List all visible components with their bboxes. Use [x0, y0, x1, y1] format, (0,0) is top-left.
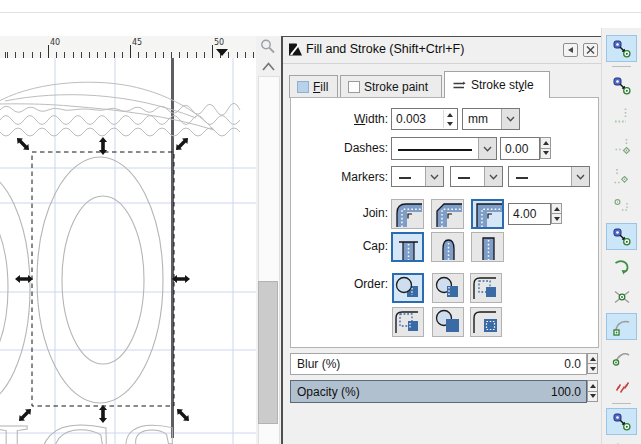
dialog-header: Fill and Stroke (Shift+Ctrl+F)	[283, 37, 601, 64]
round-join-icon	[394, 201, 422, 227]
width-spinner[interactable]	[443, 110, 456, 128]
tab-fill[interactable]: Fill	[289, 75, 338, 98]
snap-global-toggle-button[interactable]	[606, 35, 637, 62]
stroke-style-page: Width: 0.003 mm Dashes:	[290, 97, 599, 348]
snap-bbox-edges-icon	[612, 106, 632, 126]
round-cap-icon	[434, 234, 462, 260]
toolbar-strip	[0, 0, 641, 36]
snap-icon	[612, 39, 632, 59]
glyph-outlines	[0, 157, 163, 406]
order-fill-stroke-markers-button[interactable]	[392, 273, 424, 303]
end-marker-select[interactable]	[508, 166, 590, 187]
selection-bbox	[32, 152, 174, 406]
paint-order-icon	[434, 275, 462, 301]
restore-arrow-icon	[568, 47, 573, 53]
snap-bbox-centers-button[interactable]	[606, 192, 637, 219]
paint-order-icon	[394, 309, 422, 335]
snap-cusp-nodes-button[interactable]	[606, 313, 637, 340]
dash-offset-spinner[interactable]	[540, 137, 551, 160]
snap-paths-button[interactable]	[606, 253, 637, 280]
snap-toolbar	[601, 28, 641, 444]
chevron-down-icon[interactable]	[478, 138, 496, 159]
snap-bbox-corners-button[interactable]	[606, 132, 637, 159]
join-label: Join:	[291, 206, 388, 220]
fill-stroke-dialog-icon	[288, 42, 303, 57]
opacity-value: 100.0	[551, 385, 581, 399]
snap-bbox-edge-midpoints-button[interactable]	[606, 162, 637, 189]
order-fill-markers-stroke-button[interactable]	[432, 273, 464, 303]
toolbar-divider	[0, 12, 641, 13]
tab-stroke-paint[interactable]: Stroke paint	[340, 75, 442, 98]
chevron-down-icon[interactable]	[425, 167, 443, 186]
cap-round-button[interactable]	[431, 232, 464, 262]
scrollbar-thumb[interactable]	[258, 281, 278, 424]
join-bevel-button[interactable]	[431, 199, 464, 229]
paint-order-icon	[472, 275, 500, 301]
join-miter-button[interactable]	[471, 199, 504, 229]
snap-bbox-edges-button[interactable]	[606, 102, 637, 129]
snap-others-icon	[612, 412, 632, 432]
snap-others-button[interactable]	[606, 408, 637, 435]
chevron-down-icon[interactable]	[571, 167, 589, 186]
dialog-title: Fill and Stroke (Shift+Ctrl+F)	[306, 42, 464, 56]
dash-offset-input[interactable]: 0.00	[500, 137, 540, 160]
dock-restore-button[interactable]	[563, 43, 578, 57]
order-markers-fill-stroke-button[interactable]	[432, 307, 464, 337]
snap-smooth-nodes-button[interactable]	[606, 344, 637, 371]
blur-slider[interactable]: Blur (%) 0.0	[290, 353, 587, 375]
square-cap-icon	[474, 234, 502, 260]
mid-marker-select[interactable]	[450, 166, 503, 187]
canvas[interactable]: ICS	[0, 58, 256, 444]
opacity-slider[interactable]: Opacity (%) 100.0	[290, 380, 587, 403]
order-stroke-markers-fill-button[interactable]	[392, 307, 424, 337]
canvas-artwork: ICS	[0, 58, 256, 444]
width-unit-select[interactable]: mm	[462, 108, 520, 130]
stroke-style-icon	[452, 80, 467, 91]
paint-order-icon	[394, 275, 422, 301]
dash-pattern-select[interactable]	[391, 137, 497, 160]
snap-nodes-icon	[612, 227, 632, 247]
miter-limit-spinner[interactable]	[551, 203, 562, 225]
separator	[612, 403, 631, 404]
snap-bbox-button[interactable]	[606, 72, 637, 99]
order-stroke-fill-markers-button[interactable]	[470, 273, 502, 303]
selection-handles[interactable]	[14, 135, 191, 423]
start-marker-select[interactable]	[391, 166, 444, 187]
width-input[interactable]: 0.003	[391, 108, 458, 130]
spin-down-icon[interactable]	[587, 391, 598, 403]
chevron-down-icon[interactable]	[484, 167, 502, 186]
ruler-cursor-marker	[216, 49, 228, 56]
dialog-close-button[interactable]	[583, 43, 598, 57]
spin-down-icon[interactable]	[551, 213, 562, 224]
vertical-scrollbar[interactable]	[256, 36, 281, 444]
cap-square-button[interactable]	[471, 232, 504, 262]
blur-label: Blur (%)	[297, 357, 340, 371]
blur-spinner[interactable]	[587, 353, 598, 375]
spin-up-icon[interactable]	[444, 110, 456, 119]
snap-path-intersections-button[interactable]	[606, 283, 637, 310]
snap-nodes-button[interactable]	[606, 223, 637, 250]
marker-preview	[516, 177, 528, 179]
opacity-spinner[interactable]	[587, 380, 598, 403]
spin-down-icon[interactable]	[444, 119, 456, 128]
miter-limit-input[interactable]: 4.00	[508, 203, 551, 225]
markers-label: Markers:	[291, 170, 388, 184]
spin-down-icon[interactable]	[587, 363, 598, 374]
snap-object-centers-button[interactable]	[606, 437, 637, 444]
dash-pattern-preview	[398, 149, 472, 151]
tab-stroke-style[interactable]: Stroke style	[444, 71, 550, 98]
miter-join-icon	[474, 201, 502, 227]
cap-butt-button[interactable]	[391, 232, 424, 262]
chevron-down-icon[interactable]	[501, 109, 519, 129]
marker-preview	[399, 177, 411, 179]
snap-path-intersections-icon	[612, 287, 632, 307]
join-round-button[interactable]	[391, 199, 424, 229]
scroll-up-button[interactable]	[260, 60, 277, 74]
snap-line-midpoints-button[interactable]	[606, 372, 637, 399]
horizontal-ruler[interactable]: 40 45 50	[0, 36, 256, 59]
paint-order-icon	[472, 309, 500, 335]
width-label: Width:	[291, 112, 388, 126]
order-markers-stroke-fill-button[interactable]	[470, 307, 502, 337]
blur-value: 0.0	[564, 357, 581, 371]
spin-down-icon[interactable]	[540, 148, 551, 160]
